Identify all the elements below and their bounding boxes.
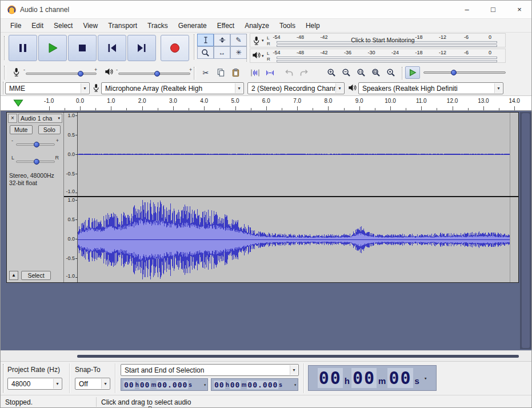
playback-meter[interactable]: ▾ L R -54-48-42-36-30-24-18-12-60 [250, 49, 506, 63]
end-seconds[interactable]: 00.000 [247, 381, 278, 389]
audio-host-select[interactable]: MME ▾ [5, 82, 90, 94]
menu-tools[interactable]: Tools [274, 19, 301, 33]
paste-button[interactable] [228, 66, 243, 79]
menu-effect[interactable]: Effect [212, 19, 239, 33]
chevron-down-icon[interactable]: ▾ [424, 375, 427, 381]
position-hours[interactable]: 00 [318, 368, 343, 388]
playback-device-select[interactable]: Speakers (Realtek High Definiti ▾ [358, 82, 503, 94]
menu-analyze[interactable]: Analyze [239, 19, 274, 33]
waveform-view-right[interactable] [78, 197, 518, 282]
multi-tool-button[interactable]: ✳ [230, 46, 247, 59]
copy-button[interactable] [213, 66, 228, 79]
recording-device-select[interactable]: Microphone Array (Realtek High ▾ [101, 82, 244, 94]
toolbar-grip[interactable] [3, 364, 5, 393]
fit-project-button[interactable] [369, 66, 383, 79]
toolbar-grip[interactable] [4, 66, 6, 79]
fit-selection-button[interactable] [354, 66, 369, 79]
toolbar-grip[interactable] [4, 36, 6, 60]
zoom-toggle-button[interactable] [383, 66, 398, 79]
vertical-ruler[interactable]: 1.00.50.0-0.5-1.0 [64, 113, 78, 196]
trim-audio-button[interactable] [247, 66, 262, 79]
end-hours[interactable]: 00 [214, 381, 225, 389]
vertical-ruler[interactable]: 1.00.50.0-0.5-1.0 [64, 197, 78, 282]
redo-button[interactable] [297, 66, 311, 79]
position-minutes[interactable]: 00 [351, 368, 377, 388]
slider-thumb[interactable] [451, 70, 457, 75]
play-at-speed-button[interactable] [405, 66, 420, 79]
chevron-down-icon[interactable]: ▾ [262, 38, 264, 43]
start-hours[interactable]: 00 [123, 381, 135, 389]
start-minutes[interactable]: 00 [139, 381, 151, 389]
mute-button[interactable]: Mute [10, 125, 33, 134]
selection-tool-button[interactable] [197, 34, 214, 46]
solo-button[interactable]: Solo [38, 125, 61, 134]
monitor-prompt[interactable]: Click to Start Monitoring [351, 37, 414, 43]
menu-transport[interactable]: Transport [103, 19, 142, 33]
toolbar-grip[interactable] [402, 67, 404, 79]
track-close-button[interactable]: × [8, 114, 17, 123]
selection-mode-select[interactable]: Start and End of Selection ▾ [121, 364, 299, 376]
start-seconds[interactable]: 00.000 [157, 381, 188, 389]
toolbar-grip[interactable] [246, 34, 249, 62]
pan-slider[interactable] [16, 161, 55, 163]
horizontal-scrollbar-thumb[interactable] [77, 355, 519, 358]
maximize-button[interactable]: □ [480, 1, 506, 18]
slider-thumb[interactable] [154, 71, 160, 77]
skip-to-end-button[interactable] [127, 35, 156, 61]
chevron-down-icon[interactable]: ▾ [203, 382, 206, 387]
project-rate-select[interactable]: 48000 ▾ [7, 378, 62, 390]
timeline-play-marker-icon[interactable] [13, 99, 23, 107]
recording-meter-body[interactable]: -54-48-42-18-12-60 Click to Start Monito… [272, 34, 503, 47]
playback-speed-slider[interactable] [423, 71, 506, 74]
gain-slider[interactable] [16, 143, 55, 146]
audio-position-display[interactable]: 00h 00m 00s ▾ [308, 365, 437, 391]
recording-channels-select[interactable]: 2 (Stereo) Recording Chann ▾ [247, 82, 345, 94]
select-track-button[interactable]: Select [21, 271, 51, 280]
waveform-view-left[interactable] [78, 113, 518, 196]
selection-end-field[interactable]: 00h 00m 00.000s ▾ [211, 378, 298, 391]
chevron-down-icon[interactable]: ▾ [294, 382, 297, 387]
track-name-menu[interactable]: Audio 1 cha ▾ [18, 114, 62, 123]
menu-file[interactable]: File [5, 19, 26, 33]
position-seconds[interactable]: 00 [387, 368, 413, 388]
snap-to-select[interactable]: Off ▾ [75, 378, 110, 390]
timeline-ruler[interactable]: -1.00.01.02.03.04.05.06.07.08.09.010.011… [1, 96, 532, 111]
zoom-tool-button[interactable] [197, 46, 214, 59]
stop-button[interactable] [68, 35, 97, 61]
zoom-out-button[interactable] [339, 66, 354, 79]
draw-tool-button[interactable]: ✎ [230, 34, 247, 46]
playback-meter-body[interactable]: -54-48-42-36-30-24-18-12-60 [272, 49, 503, 62]
zoom-in-button[interactable] [324, 66, 339, 79]
toolbar-grip[interactable] [194, 34, 196, 59]
menu-tracks[interactable]: Tracks [142, 19, 173, 33]
menu-edit[interactable]: Edit [26, 19, 49, 33]
recording-volume-slider[interactable] [26, 73, 97, 75]
end-minutes[interactable]: 00 [230, 381, 241, 389]
chevron-down-icon[interactable]: ▾ [262, 54, 264, 58]
playback-volume-slider[interactable] [118, 73, 190, 75]
recording-meter[interactable]: ▾ L R -54-48-42-18-12-60 Click to Start … [250, 33, 506, 47]
menu-generate[interactable]: Generate [173, 19, 212, 33]
close-button[interactable]: × [506, 1, 532, 18]
vertical-scrollbar-thumb[interactable] [522, 113, 530, 348]
collapse-track-button[interactable]: ▲ [9, 271, 18, 280]
play-button[interactable] [38, 35, 67, 61]
minimize-button[interactable]: – [454, 1, 480, 18]
toolbar-grip[interactable] [194, 67, 196, 79]
slider-thumb[interactable] [34, 159, 39, 165]
menu-help[interactable]: Help [301, 19, 325, 33]
slider-thumb[interactable] [34, 142, 39, 147]
menu-select[interactable]: Select [49, 19, 78, 33]
menu-view[interactable]: View [78, 19, 103, 33]
slider-thumb[interactable] [78, 71, 83, 77]
cut-button[interactable]: ✂ [198, 66, 213, 79]
envelope-tool-button[interactable] [214, 34, 230, 46]
selection-start-field[interactable]: 00h 00m 00.000s ▾ [121, 378, 208, 391]
undo-button[interactable] [282, 66, 297, 79]
time-shift-tool-button[interactable]: ↔ [214, 46, 230, 59]
skip-to-start-button[interactable] [98, 35, 126, 61]
pause-button[interactable] [9, 35, 37, 61]
horizontal-scrollbar[interactable] [1, 350, 532, 361]
vertical-scrollbar[interactable] [520, 112, 531, 349]
record-button[interactable] [161, 35, 189, 61]
